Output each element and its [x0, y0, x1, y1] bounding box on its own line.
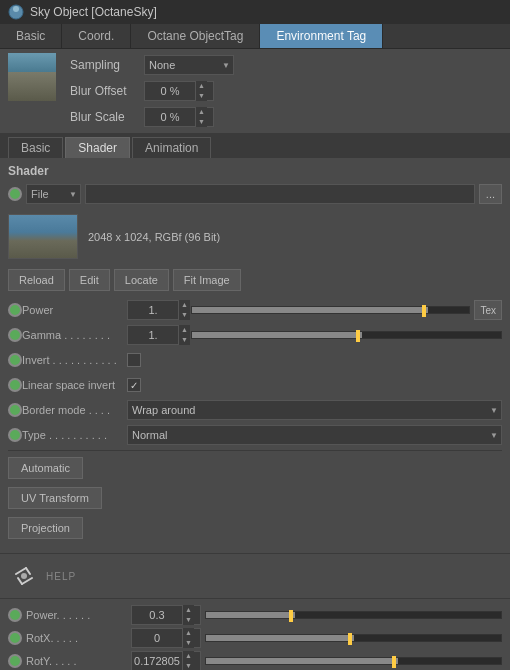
- power-slider-thumb[interactable]: [422, 305, 426, 317]
- invert-label: Invert . . . . . . . . . . .: [22, 354, 127, 366]
- rotx-down[interactable]: ▼: [183, 638, 194, 648]
- gamma-input[interactable]: [128, 329, 178, 341]
- blur-offset-down[interactable]: ▼: [196, 91, 207, 101]
- inner-tab-shader[interactable]: Shader: [65, 137, 130, 158]
- sampling-select-wrapper[interactable]: None: [144, 55, 234, 75]
- roty-arrows[interactable]: ▲ ▼: [182, 651, 194, 670]
- rotx-input[interactable]: [132, 632, 182, 644]
- inner-tab-basic[interactable]: Basic: [8, 137, 63, 158]
- rotx-up[interactable]: ▲: [183, 628, 194, 638]
- type-radio[interactable]: [8, 428, 22, 442]
- gamma-arrows[interactable]: ▲ ▼: [178, 325, 190, 345]
- power-down[interactable]: ▼: [179, 310, 190, 320]
- fit-image-button[interactable]: Fit Image: [173, 269, 241, 291]
- blur-scale-label: Blur Scale: [70, 110, 140, 124]
- gamma-up[interactable]: ▲: [179, 325, 190, 335]
- power-radio[interactable]: [8, 303, 22, 317]
- roty-radio[interactable]: [8, 654, 22, 668]
- linear-space-label: Linear space invert: [22, 379, 127, 391]
- inner-tab-animation[interactable]: Animation: [132, 137, 211, 158]
- blur-offset-arrows[interactable]: ▲ ▼: [195, 81, 207, 101]
- power-up[interactable]: ▲: [179, 300, 190, 310]
- tab-environment-tag[interactable]: Environment Tag: [260, 24, 383, 48]
- power-spin[interactable]: ▲ ▼: [127, 300, 187, 320]
- rotx-fill: [206, 635, 354, 641]
- power-row: Power ▲ ▼ Tex: [8, 299, 502, 321]
- tab-octane-objecttag[interactable]: Octane ObjectTag: [131, 24, 260, 48]
- roty-fill: [206, 658, 398, 664]
- invert-radio[interactable]: [8, 353, 22, 367]
- power-slider-fill: [192, 307, 428, 313]
- blur-offset-spin[interactable]: ▲ ▼: [144, 81, 214, 101]
- rotx-spin[interactable]: ▲ ▼: [131, 628, 201, 648]
- uv-transform-button[interactable]: UV Transform: [8, 487, 102, 509]
- power-arrows[interactable]: ▲ ▼: [178, 300, 190, 320]
- bottom-power-thumb[interactable]: [289, 610, 293, 622]
- roty-track[interactable]: [205, 657, 502, 665]
- gamma-slider-thumb[interactable]: [356, 330, 360, 342]
- border-mode-radio[interactable]: [8, 403, 22, 417]
- blur-scale-arrows[interactable]: ▲ ▼: [195, 107, 207, 127]
- bottom-power-spin[interactable]: ▲ ▼: [131, 605, 201, 625]
- automatic-button[interactable]: Automatic: [8, 457, 83, 479]
- gamma-spin[interactable]: ▲ ▼: [127, 325, 187, 345]
- help-text: HELP: [46, 571, 76, 582]
- file-type-select[interactable]: File: [26, 184, 81, 204]
- roty-spin[interactable]: ▲ ▼: [131, 651, 201, 670]
- blur-scale-spin[interactable]: ▲ ▼: [144, 107, 214, 127]
- type-row: Type . . . . . . . . . . Normal Spherica…: [8, 424, 502, 446]
- gamma-down[interactable]: ▼: [179, 335, 190, 345]
- file-row: File abandoned_parking_2k.hdr ...: [8, 184, 502, 204]
- type-select[interactable]: Normal Spherical Cylindrical: [127, 425, 502, 445]
- inner-tabs: Basic Shader Animation: [0, 133, 510, 158]
- tab-coord[interactable]: Coord.: [62, 24, 131, 48]
- linear-space-radio[interactable]: [8, 378, 22, 392]
- roty-down[interactable]: ▼: [183, 661, 194, 670]
- projection-button[interactable]: Projection: [8, 517, 83, 539]
- file-name-input[interactable]: abandoned_parking_2k.hdr: [85, 184, 475, 204]
- rotx-arrows[interactable]: ▲ ▼: [182, 628, 194, 648]
- blur-scale-down[interactable]: ▼: [196, 117, 207, 127]
- roty-up[interactable]: ▲: [183, 651, 194, 661]
- reload-button[interactable]: Reload: [8, 269, 65, 291]
- action-buttons: Reload Edit Locate Fit Image: [8, 269, 502, 291]
- blur-offset-input[interactable]: [145, 85, 195, 97]
- rotx-radio[interactable]: [8, 631, 22, 645]
- tab-basic[interactable]: Basic: [0, 24, 62, 48]
- file-type-wrapper[interactable]: File: [26, 184, 81, 204]
- rotx-thumb[interactable]: [348, 633, 352, 645]
- sampling-select[interactable]: None: [144, 55, 234, 75]
- type-label: Type . . . . . . . . . .: [22, 429, 127, 441]
- bottom-power-radio[interactable]: [8, 608, 22, 622]
- invert-checkbox[interactable]: [127, 353, 141, 367]
- separator-2: [0, 598, 510, 599]
- gamma-radio[interactable]: [8, 328, 22, 342]
- border-mode-row: Border mode . . . . Wrap around Clamp Bl…: [8, 399, 502, 421]
- locate-button[interactable]: Locate: [114, 269, 169, 291]
- power-slider-track[interactable]: [191, 306, 470, 314]
- file-radio[interactable]: [8, 187, 22, 201]
- power-tex-button[interactable]: Tex: [474, 300, 502, 320]
- border-mode-select[interactable]: Wrap around Clamp Black: [127, 400, 502, 420]
- linear-space-checkbox[interactable]: [127, 378, 141, 392]
- bottom-power-up[interactable]: ▲: [183, 605, 194, 615]
- power-input[interactable]: [128, 304, 178, 316]
- blur-scale-up[interactable]: ▲: [196, 107, 207, 117]
- type-wrapper[interactable]: Normal Spherical Cylindrical: [127, 425, 502, 445]
- file-browse-button[interactable]: ...: [479, 184, 502, 204]
- gamma-slider-track[interactable]: [191, 331, 502, 339]
- roty-input[interactable]: [132, 655, 182, 667]
- edit-button[interactable]: Edit: [69, 269, 110, 291]
- bottom-power-down[interactable]: ▼: [183, 615, 194, 625]
- blur-offset-up[interactable]: ▲: [196, 81, 207, 91]
- bottom-power-input[interactable]: [132, 609, 182, 621]
- border-mode-wrapper[interactable]: Wrap around Clamp Black: [127, 400, 502, 420]
- rotx-label: RotX. . . . .: [26, 632, 131, 644]
- bottom-power-arrows[interactable]: ▲ ▼: [182, 605, 194, 625]
- rotx-track[interactable]: [205, 634, 502, 642]
- roty-thumb[interactable]: [392, 656, 396, 668]
- roty-label: RotY. . . . .: [26, 655, 131, 667]
- bottom-power-track[interactable]: [205, 611, 502, 619]
- main-separator: [0, 553, 510, 554]
- blur-scale-input[interactable]: [145, 111, 195, 123]
